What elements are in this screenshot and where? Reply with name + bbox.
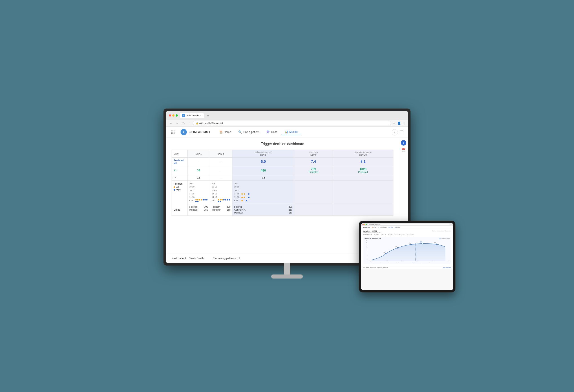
table-row-drugs: Drugs Follistim300 Menopur150 Follistim3… (172, 204, 393, 216)
e2-day9: 759 Predicted (294, 166, 333, 175)
nav-find-patient[interactable]: 🔍 Find a patient (235, 129, 263, 135)
lock-icon: 🔒 (196, 122, 199, 125)
predicted-mii-label: Predicted MII (172, 158, 187, 166)
home-nav-icon: 🏠 (219, 130, 223, 134)
legend-left: Left (174, 186, 185, 188)
drugs-day1: Follistim300 Menopur150 (187, 204, 210, 216)
home-button[interactable]: ⌂ (187, 121, 191, 125)
nav-dose[interactable]: ⚗️ Dose (263, 129, 281, 135)
tablet-view-next-patient-link[interactable]: View next patient (443, 267, 451, 268)
svg-text:0: 0 (372, 262, 372, 262)
browser-tab[interactable]: A Alife health ✕ (180, 113, 204, 118)
p4-day10 (333, 175, 393, 181)
header-day8: Today (2023-02-22) Day 8 (232, 150, 294, 158)
forward-button[interactable]: → (175, 121, 180, 125)
drugs-day9 (294, 204, 333, 216)
tablet-footer-next: Next patient: Sarah Smith Remaining pati… (363, 267, 388, 268)
new-tab-button[interactable]: + (206, 113, 210, 118)
reload-button[interactable]: ↻ (182, 121, 186, 125)
svg-text:8/22: 8/22 (384, 252, 386, 253)
header-day-after-sub: Day after tomorrow (335, 151, 391, 153)
tablet-nav-monitor[interactable]: 📊 Monitor (395, 227, 400, 228)
e2-day1: 38 (187, 166, 210, 175)
calendar-icon[interactable]: 📅 (402, 148, 405, 152)
chart-y-axis: 100 MII 16 14 12 10 8 6 4 2 0 (364, 240, 368, 260)
minimize-button[interactable] (172, 114, 174, 117)
p4-day8: 0.6 (232, 175, 294, 181)
monitor-nav-icon: 📊 (285, 130, 288, 133)
svg-point-11 (436, 243, 437, 245)
table-row-predicted-mii: Predicted MII - - 6.0 7.4 8.1 (172, 158, 393, 166)
drugs-day5: Follistim300 Menopur150 (210, 204, 232, 216)
nav-home-label: Home (224, 131, 231, 134)
svg-text:450: 450 (428, 262, 430, 262)
header-date: Date (172, 150, 187, 158)
tablet-nav-dose[interactable]: ⚗️ Dose (389, 227, 393, 228)
remaining-patients: Remaining patients: 1 (213, 257, 240, 260)
address-bar[interactable]: 🔒 alifehealth/StimAssist (193, 121, 391, 125)
tab-favicon: A (182, 114, 185, 117)
table-row-p4: P4 0.3 - 0.6 (172, 175, 393, 181)
tablet-device: alifehealth/StimAssist ⋮ STIM ASSIST 🏠 H… (359, 221, 455, 292)
menu-icon[interactable]: ⋮ (403, 122, 406, 125)
logo-text: STIM ASSIST (189, 130, 211, 134)
dose-response-chart: 8/22 11/01 14/01 18/21 16/17 0 75 (368, 240, 450, 262)
svg-text:18/21: 18/21 (420, 242, 422, 243)
tablet-patient-name: Jane Doe · 176770 (363, 230, 381, 232)
header-tomorrow-sub: Tomorrow (296, 151, 331, 153)
bookmark-icon[interactable]: ☆ (393, 122, 395, 125)
app-grid-icon (171, 130, 175, 134)
maximize-button[interactable] (176, 114, 178, 117)
predicted-mii-day5: - (210, 158, 232, 166)
profile-icon[interactable]: 👤 (397, 122, 401, 125)
tab-label: Alife health (186, 114, 199, 117)
tablet-nav-find[interactable]: 🔍 Find a patient (378, 227, 387, 228)
follicles-day5: 20+ 18-19 16-17 14-15 11-13 ≤10 (210, 181, 232, 204)
nav-home[interactable]: 🏠 Home (216, 129, 234, 135)
nav-find-label: Find a patient (243, 131, 259, 134)
hamburger-menu[interactable]: ☰ (400, 130, 403, 134)
monitor-stand (269, 263, 305, 283)
svg-point-9 (422, 243, 423, 244)
p4-day9 (294, 175, 333, 181)
p4-day5: - (210, 175, 232, 181)
tablet-address-bar[interactable]: alifehealth/StimAssist (368, 224, 450, 225)
table-row-e2: E2 38 - 480 759 Predicted 102 (172, 166, 393, 175)
tablet-nav-home[interactable]: 🏠 Home (372, 227, 376, 228)
follicles-day10 (333, 181, 393, 204)
tablet-logo: STIM ASSIST (363, 227, 370, 228)
back-button[interactable]: ← (168, 121, 173, 125)
logo-icon: A (181, 129, 187, 135)
svg-point-5 (397, 247, 398, 249)
svg-point-7 (410, 244, 412, 245)
follicles-day1: 20+ 18-19 16-17 14-15 11-13 ≤10 (187, 181, 210, 204)
tablet-menu-icon[interactable]: ⋮ (451, 224, 452, 225)
confidence-legend: Confidence interval (439, 238, 450, 239)
header-day9: Tomorrow Day 9 (294, 150, 333, 158)
header-today-sub: Today (2023-02-22) (234, 151, 292, 153)
search-nav-icon: 🔍 (238, 130, 242, 134)
predicted-mii-day1: - (187, 158, 210, 166)
app-header: A STIM ASSIST 🏠 Home 🔍 Find a patient (166, 127, 408, 137)
nav-monitor[interactable]: 📊 Monitor (281, 129, 301, 135)
svg-text:11/01: 11/01 (395, 246, 398, 247)
table-row-follicles: Follicles Left (172, 181, 393, 204)
app-nav: 🏠 Home 🔍 Find a patient ⚗️ Dose 📊 (216, 129, 395, 135)
predicted-mii-day10: 8.1 (333, 158, 393, 166)
svg-text:300: 300 (412, 262, 414, 262)
tablet-patient-subtitle: Antagonist cycle · currently on day 8 (363, 232, 381, 233)
p4-label: P4 (172, 175, 187, 181)
predicted-mii-day8: 6.0 (232, 158, 294, 166)
predicted-mii-day9: 7.4 (294, 158, 333, 166)
next-patient: Next patient: Sarah Smith (172, 257, 204, 260)
close-button[interactable] (169, 114, 171, 117)
drugs-day8: Follistim300 Ganirelix A.250 Menopur150 (232, 204, 294, 216)
e2-day5: - (210, 166, 232, 175)
header-day10-label: Day 10 (335, 153, 391, 156)
tab-close-icon[interactable]: ✕ (200, 114, 202, 117)
follicles-day9 (294, 181, 333, 204)
url-text: alifehealth/StimAssist (199, 122, 223, 125)
svg-text:75: 75 (380, 262, 381, 262)
traffic-lights (169, 114, 178, 117)
drugs-day10 (333, 204, 393, 216)
